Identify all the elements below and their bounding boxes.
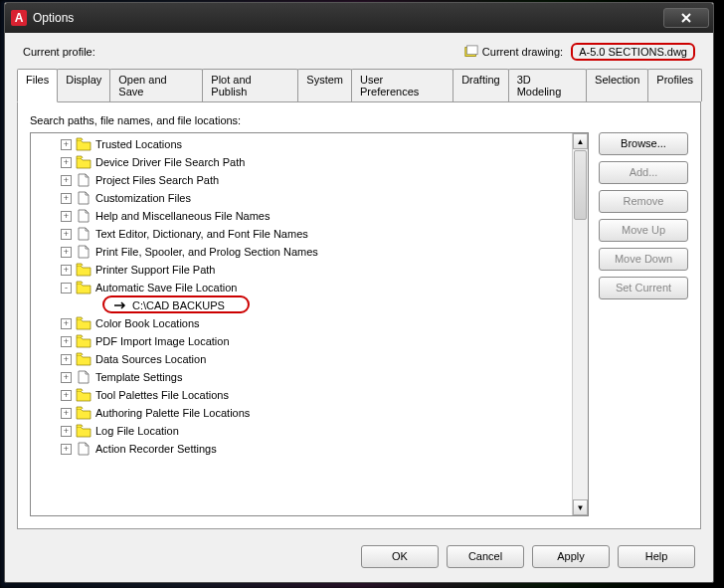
tree-item-label: Template Settings [95, 371, 182, 383]
tree-item[interactable]: +Tool Palettes File Locations [33, 386, 572, 404]
expand-toggle[interactable]: + [61, 390, 72, 401]
tree-item-label: Automatic Save File Location [95, 282, 237, 294]
expand-toggle[interactable]: + [61, 247, 72, 258]
svg-rect-1 [466, 46, 477, 55]
tree-item[interactable]: +PDF Import Image Location [33, 332, 572, 350]
tree-item[interactable]: +Action Recorder Settings [33, 440, 572, 458]
move-down-button: Move Down [599, 248, 688, 271]
current-profile-label: Current profile: [23, 46, 95, 58]
scroll-down-button[interactable]: ▼ [573, 499, 588, 515]
folder-icon [76, 352, 91, 366]
dialog-button-bar: OKCancelApplyHelp [5, 539, 713, 582]
expand-toggle[interactable]: + [61, 444, 72, 455]
tree-item-label: Device Driver File Search Path [95, 156, 245, 168]
expand-toggle[interactable]: + [61, 229, 72, 240]
tree-item[interactable]: -Automatic Save File Location [33, 279, 572, 296]
current-drawing-label: Current drawing: [482, 46, 563, 58]
tab-display[interactable]: Display [57, 69, 110, 101]
tree-item[interactable]: +Printer Support File Path [33, 261, 572, 279]
folder-icon [76, 334, 91, 348]
tree-item-label: Printer Support File Path [95, 264, 215, 276]
folder-icon [76, 155, 91, 169]
titlebar[interactable]: A Options [5, 3, 713, 33]
add-button: Add... [599, 161, 688, 184]
tree-item[interactable]: +Data Sources Location [33, 350, 572, 368]
path-tree[interactable]: +Trusted Locations+Device Driver File Se… [31, 133, 572, 515]
cancel-button[interactable]: Cancel [447, 545, 524, 568]
profile-row: Current profile: Current drawing: A-5.0 … [5, 33, 713, 69]
tree-item[interactable]: +Print File, Spooler, and Prolog Section… [33, 243, 572, 261]
tree-item-child[interactable]: C:\CAD BACKUPS [33, 296, 572, 314]
tree-item[interactable]: +Customization Files [33, 189, 572, 207]
tab-system[interactable]: System [297, 69, 352, 101]
help-button[interactable]: Help [618, 545, 695, 568]
expand-toggle[interactable]: + [61, 354, 72, 365]
tree-item-label: Help and Miscellaneous File Names [95, 210, 270, 222]
scroll-thumb[interactable] [574, 150, 587, 220]
close-button[interactable] [663, 8, 709, 28]
expand-toggle[interactable]: + [61, 157, 72, 168]
window-title: Options [33, 11, 663, 25]
tab-selection[interactable]: Selection [586, 69, 648, 101]
app-icon: A [11, 10, 27, 26]
tree-container: +Trusted Locations+Device Driver File Se… [30, 132, 589, 516]
folder-icon [76, 388, 91, 402]
tree-item[interactable]: +Template Settings [33, 368, 572, 386]
tree-item-label: Log File Location [95, 425, 179, 437]
expand-toggle[interactable]: + [61, 175, 72, 186]
tree-item[interactable]: +Color Book Locations [33, 314, 572, 332]
set-current-button: Set Current [599, 277, 688, 299]
page-icon [76, 370, 91, 384]
scroll-up-button[interactable]: ▲ [573, 133, 588, 149]
tree-item-label: C:\CAD BACKUPS [132, 299, 225, 311]
tab-user-preferences[interactable]: User Preferences [351, 69, 453, 101]
expand-toggle[interactable]: + [61, 193, 72, 204]
tree-item-label: Print File, Spooler, and Prolog Section … [95, 246, 318, 258]
page-icon [76, 209, 91, 223]
page-icon [76, 191, 91, 205]
arrow-icon [112, 298, 128, 312]
tree-item[interactable]: +Device Driver File Search Path [33, 153, 572, 171]
expand-toggle[interactable]: + [61, 211, 72, 222]
expand-toggle[interactable]: + [61, 265, 72, 276]
tree-item[interactable]: +Help and Miscellaneous File Names [33, 207, 572, 225]
current-drawing-name: A-5.0 SECTIONS.dwg [571, 43, 695, 61]
folder-icon [76, 281, 91, 294]
panel-label: Search paths, file names, and file locat… [30, 114, 688, 126]
tab-open-and-save[interactable]: Open and Save [109, 69, 203, 101]
expand-toggle[interactable]: + [61, 336, 72, 347]
folder-icon [76, 316, 91, 330]
tree-item-label: Tool Palettes File Locations [95, 389, 229, 401]
expand-toggle[interactable]: + [61, 372, 72, 383]
browse-button[interactable]: Browse... [599, 132, 688, 155]
expand-toggle[interactable]: + [61, 318, 72, 329]
page-icon [76, 245, 91, 259]
page-icon [76, 227, 91, 241]
tree-item[interactable]: +Trusted Locations [33, 135, 572, 153]
apply-button[interactable]: Apply [532, 545, 610, 568]
drawing-icon [464, 45, 478, 59]
tree-item[interactable]: +Text Editor, Dictionary, and Font File … [33, 225, 572, 243]
tab-3d-modeling[interactable]: 3D Modeling [508, 69, 587, 101]
files-tab-panel: Search paths, file names, and file locat… [17, 101, 701, 529]
expand-toggle[interactable]: + [61, 408, 72, 419]
tree-item[interactable]: +Authoring Palette File Locations [33, 404, 572, 422]
expand-toggle[interactable]: + [61, 139, 72, 150]
folder-icon [76, 406, 91, 420]
tree-item-label: Data Sources Location [95, 353, 206, 365]
expand-toggle[interactable]: - [61, 283, 72, 294]
tab-profiles[interactable]: Profiles [647, 69, 702, 101]
tree-item[interactable]: +Log File Location [33, 422, 572, 440]
ok-button[interactable]: OK [361, 545, 439, 568]
page-icon [76, 173, 91, 187]
vertical-scrollbar[interactable]: ▲ ▼ [572, 133, 588, 515]
tree-item[interactable]: +Project Files Search Path [33, 171, 572, 189]
side-button-column: Browse...Add...RemoveMove UpMove DownSet… [599, 132, 688, 516]
tab-strip: FilesDisplayOpen and SavePlot and Publis… [17, 69, 701, 101]
tab-drafting[interactable]: Drafting [452, 69, 509, 101]
tab-plot-and-publish[interactable]: Plot and Publish [202, 69, 298, 101]
tree-item-label: Customization Files [95, 192, 191, 204]
expand-toggle[interactable]: + [61, 426, 72, 437]
tree-item-label: Color Book Locations [95, 317, 200, 329]
tab-files[interactable]: Files [17, 69, 58, 102]
